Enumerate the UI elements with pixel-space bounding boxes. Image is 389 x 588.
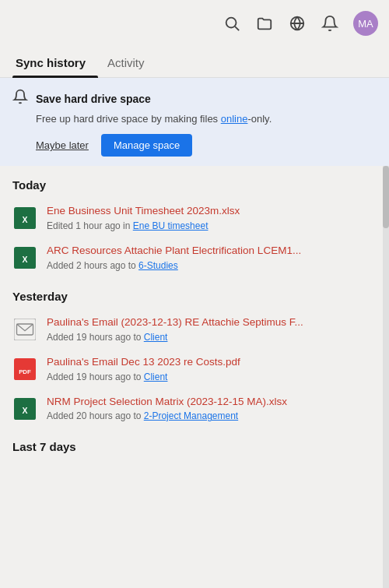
manage-space-button[interactable]: Manage space xyxy=(101,134,192,157)
file-meta: Added 19 hours ago to Client xyxy=(47,371,377,382)
file-link[interactable]: Ene BU timesheet xyxy=(133,220,209,231)
file-meta: Edited 1 hour ago in Ene BU timesheet xyxy=(47,220,377,231)
banner-title: Save hard drive space xyxy=(36,93,151,105)
file-meta: Added 19 hours ago to Client xyxy=(47,332,377,343)
file-name: NRM Project Selection Matrix (2023-12-15… xyxy=(47,395,377,410)
file-name: Ene Business Unit Timesheet 2023m.xlsx xyxy=(47,204,377,219)
svg-text:X: X xyxy=(22,215,27,224)
banner-subtitle: Free up hard drive space by making files… xyxy=(36,113,377,125)
scrollbar-thumb[interactable] xyxy=(383,166,389,228)
xlsx-icon: X xyxy=(12,396,37,421)
banner-actions: Maybe later Manage space xyxy=(36,134,377,157)
pdf-icon: PDF xyxy=(12,357,37,382)
top-bar: MA xyxy=(0,0,389,47)
maybe-later-button[interactable]: Maybe later xyxy=(36,139,89,151)
file-meta: Added 2 hours ago to 6-Studies xyxy=(47,260,377,271)
file-info: Paulina's Email Dec 13 2023 re Costs.pdf… xyxy=(47,355,377,382)
search-icon[interactable] xyxy=(223,14,241,33)
storage-banner: Save hard drive space Free up hard drive… xyxy=(0,78,389,166)
file-link[interactable]: 6-Studies xyxy=(138,260,178,271)
svg-point-0 xyxy=(226,18,237,28)
globe-icon[interactable] xyxy=(288,14,307,33)
list-item: PDF Paulina's Email Dec 13 2023 re Costs… xyxy=(0,349,389,389)
scrollbar[interactable] xyxy=(383,166,389,588)
file-name: Paulina's Email Dec 13 2023 re Costs.pdf xyxy=(47,355,377,370)
list-item: X NRM Project Selection Matrix (2023-12-… xyxy=(0,389,389,428)
tab-sync-history[interactable]: Sync history xyxy=(12,47,98,77)
bell-icon[interactable] xyxy=(321,14,339,33)
file-info: Ene Business Unit Timesheet 2023m.xlsx E… xyxy=(47,204,377,231)
svg-text:X: X xyxy=(22,255,27,264)
svg-rect-7 xyxy=(14,319,36,340)
list-item: X Ene Business Unit Timesheet 2023m.xlsx… xyxy=(0,198,389,238)
file-link[interactable]: Client xyxy=(144,371,168,382)
svg-text:X: X xyxy=(22,406,27,415)
file-link[interactable]: Client xyxy=(144,332,168,343)
file-info: Paulina's Email (2023-12-13) RE Attachie… xyxy=(47,315,377,343)
folder-icon[interactable] xyxy=(255,14,274,33)
xlsx-icon: X xyxy=(12,206,37,231)
section-last7days: Last 7 days xyxy=(0,428,389,459)
svg-line-1 xyxy=(235,26,239,30)
file-link[interactable]: 2-Project Management xyxy=(144,410,238,421)
file-name: Paulina's Email (2023-12-13) RE Attachie… xyxy=(47,315,377,330)
banner-online-link[interactable]: online xyxy=(221,113,248,125)
avatar[interactable]: MA xyxy=(353,11,378,36)
section-today: Today xyxy=(0,166,389,198)
list-item: Paulina's Email (2023-12-13) RE Attachie… xyxy=(0,309,389,349)
email-icon xyxy=(12,317,37,342)
banner-bell-icon xyxy=(12,89,28,108)
tab-activity[interactable]: Activity xyxy=(104,47,157,77)
content-area: Today X Ene Business Unit Timesheet 2023… xyxy=(0,166,389,588)
file-meta: Added 20 hours ago to 2-Project Manageme… xyxy=(47,410,377,421)
file-info: NRM Project Selection Matrix (2023-12-15… xyxy=(47,395,377,422)
list-item: X ARC Resources Attachie Plant Electrifi… xyxy=(0,238,389,277)
file-info: ARC Resources Attachie Plant Electrifica… xyxy=(47,244,377,271)
section-yesterday: Yesterday xyxy=(0,277,389,309)
file-name: ARC Resources Attachie Plant Electrifica… xyxy=(47,244,377,259)
tabs-container: Sync history Activity xyxy=(0,47,389,78)
xlsx-icon: X xyxy=(12,245,37,270)
svg-text:PDF: PDF xyxy=(19,368,31,375)
